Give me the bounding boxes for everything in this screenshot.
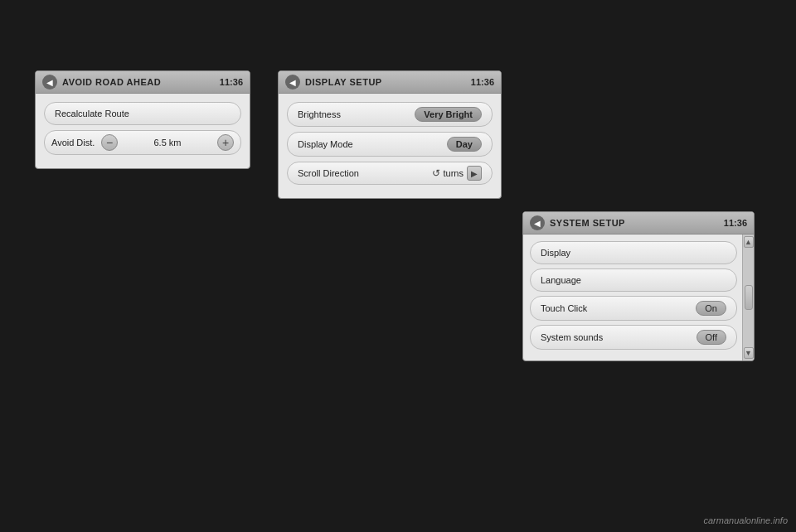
recalculate-row[interactable]: Recalculate Route — [44, 102, 241, 125]
system-sounds-row[interactable]: System sounds Off — [530, 325, 737, 350]
scroll-thumb[interactable] — [745, 285, 753, 310]
display-setup-header: ◀ DISPLAY SETUP 11:36 — [279, 71, 501, 94]
avoid-road-time: 11:36 — [220, 77, 243, 87]
system-setup-body: Display Language Touch Click On System s… — [523, 235, 742, 360]
language-row[interactable]: Language — [530, 268, 737, 292]
scroll-up-arrow[interactable]: ▲ — [744, 236, 754, 248]
system-sounds-value: Off — [696, 330, 726, 345]
avoid-road-header: ◀ AVOID ROAD AHEAD 11:36 — [36, 71, 250, 94]
system-sounds-label: System sounds — [541, 332, 603, 342]
avoid-road-header-left: ◀ AVOID ROAD AHEAD — [42, 75, 161, 89]
scroll-rotate-icon: ↺ — [432, 167, 440, 179]
main-screen: ◀ AVOID ROAD AHEAD 11:36 Recalculate Rou… — [0, 0, 796, 532]
avoid-dist-label: Avoid Dist. — [51, 138, 101, 148]
brightness-row[interactable]: Brightness Very Bright — [287, 102, 493, 127]
touch-click-value: On — [696, 301, 726, 316]
display-setup-body: Brightness Very Bright Display Mode Day … — [279, 94, 501, 198]
minus-button[interactable]: − — [101, 134, 118, 151]
display-mode-value: Day — [447, 137, 482, 152]
system-setup-icon: ◀ — [530, 215, 545, 230]
touch-click-row[interactable]: Touch Click On — [530, 296, 737, 321]
scroll-arrow-button[interactable]: ▶ — [467, 166, 482, 181]
scroll-down-arrow[interactable]: ▼ — [744, 347, 754, 359]
touch-click-label: Touch Click — [541, 303, 587, 313]
scroll-direction-label: Scroll Direction — [298, 168, 359, 178]
display-mode-label: Display Mode — [298, 139, 353, 149]
system-setup-panel: ◀ SYSTEM SETUP 11:36 Display Language To… — [522, 211, 755, 361]
scroll-controls: ↺ turns ▶ — [432, 166, 482, 181]
display-setup-title: DISPLAY SETUP — [305, 77, 382, 87]
system-scrollbar: ▲ ▼ — [742, 235, 754, 360]
display-mode-row[interactable]: Display Mode Day — [287, 132, 493, 157]
display-setup-icon: ◀ — [285, 75, 300, 89]
avoid-road-title: AVOID ROAD AHEAD — [62, 77, 161, 87]
brightness-label: Brightness — [298, 109, 341, 119]
avoid-dist-row: Avoid Dist. − 6.5 km + — [44, 130, 241, 155]
display-setup-time: 11:36 — [471, 77, 494, 87]
brightness-value: Very Bright — [415, 107, 482, 122]
display-row-label: Display — [541, 248, 570, 258]
system-setup-header-left: ◀ SYSTEM SETUP — [530, 215, 625, 230]
system-setup-header: ◀ SYSTEM SETUP 11:36 — [523, 212, 754, 235]
avoid-road-panel: ◀ AVOID ROAD AHEAD 11:36 Recalculate Rou… — [35, 70, 250, 169]
recalculate-label: Recalculate Route — [55, 109, 129, 118]
system-setup-time: 11:36 — [724, 218, 747, 228]
watermark: carmanualonline.info — [703, 515, 788, 525]
plus-button[interactable]: + — [217, 134, 234, 151]
system-setup-body-wrapper: Display Language Touch Click On System s… — [523, 235, 754, 360]
language-row-label: Language — [541, 275, 581, 285]
scroll-turns-text: turns — [444, 168, 464, 178]
display-setup-panel: ◀ DISPLAY SETUP 11:36 Brightness Very Br… — [278, 70, 502, 199]
display-row[interactable]: Display — [530, 241, 737, 264]
display-setup-header-left: ◀ DISPLAY SETUP — [285, 75, 382, 89]
system-setup-title: SYSTEM SETUP — [550, 218, 625, 228]
scroll-direction-row[interactable]: Scroll Direction ↺ turns ▶ — [287, 162, 493, 185]
distance-value: 6.5 km — [118, 138, 217, 148]
avoid-road-body: Recalculate Route Avoid Dist. − 6.5 km + — [36, 94, 250, 168]
avoid-road-icon: ◀ — [42, 75, 57, 89]
